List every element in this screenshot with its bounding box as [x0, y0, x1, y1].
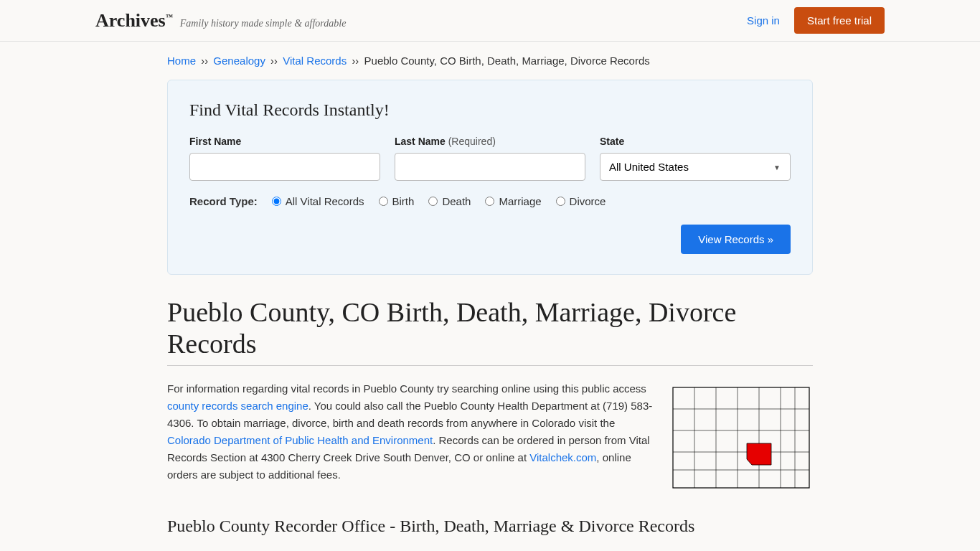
county-records-link[interactable]: county records search engine	[167, 400, 308, 412]
intro-text: For information regarding vital records …	[167, 380, 655, 495]
radio-divorce[interactable]: Divorce	[556, 195, 606, 207]
radio-marriage[interactable]: Marriage	[485, 195, 541, 207]
page-title: Pueblo County, CO Birth, Death, Marriage…	[167, 296, 813, 366]
radio-birth[interactable]: Birth	[379, 195, 415, 207]
intro-section: For information regarding vital records …	[167, 380, 813, 495]
header-actions: Sign in Start free trial	[747, 7, 885, 34]
record-type-label: Record Type:	[189, 195, 258, 207]
signin-link[interactable]: Sign in	[747, 14, 780, 27]
county-map-icon	[669, 380, 813, 495]
state-label: State	[600, 136, 791, 147]
breadcrumb-vital-records[interactable]: Vital Records	[283, 55, 347, 67]
last-name-label: Last Name (Required)	[395, 136, 585, 147]
first-name-input[interactable]	[189, 153, 380, 181]
search-form: Find Vital Records Instantly! First Name…	[167, 80, 813, 275]
recorder-section-title: Pueblo County Recorder Office - Birth, D…	[167, 517, 813, 536]
radio-death[interactable]: Death	[428, 195, 471, 207]
last-name-input[interactable]	[395, 153, 585, 181]
logo[interactable]: Archives™	[95, 10, 173, 32]
site-header: Archives™ Family history made simple & a…	[0, 0, 980, 42]
breadcrumb-separator: ››	[270, 55, 278, 67]
tagline: Family history made simple & affordable	[180, 18, 347, 29]
logo-section: Archives™ Family history made simple & a…	[95, 10, 346, 32]
view-records-button[interactable]: View Records »	[681, 225, 791, 254]
start-trial-button[interactable]: Start free trial	[794, 7, 885, 34]
breadcrumb: Home ›› Genealogy ›› Vital Records ›› Pu…	[167, 42, 813, 80]
breadcrumb-separator: ››	[201, 55, 208, 67]
first-name-label: First Name	[189, 136, 380, 147]
breadcrumb-separator: ››	[352, 55, 359, 67]
radio-all-vital[interactable]: All Vital Records	[272, 195, 364, 207]
search-title: Find Vital Records Instantly!	[189, 100, 791, 120]
colorado-dept-link[interactable]: Colorado Department of Public Health and…	[167, 434, 433, 446]
state-select[interactable]: All United States	[600, 153, 791, 181]
svg-marker-11	[747, 443, 771, 465]
vitalchek-link[interactable]: Vitalchek.com	[529, 451, 596, 463]
breadcrumb-current: Pueblo County, CO Birth, Death, Marriage…	[364, 55, 650, 67]
breadcrumb-home[interactable]: Home	[167, 55, 196, 67]
svg-rect-0	[673, 387, 809, 488]
breadcrumb-genealogy[interactable]: Genealogy	[213, 55, 265, 67]
